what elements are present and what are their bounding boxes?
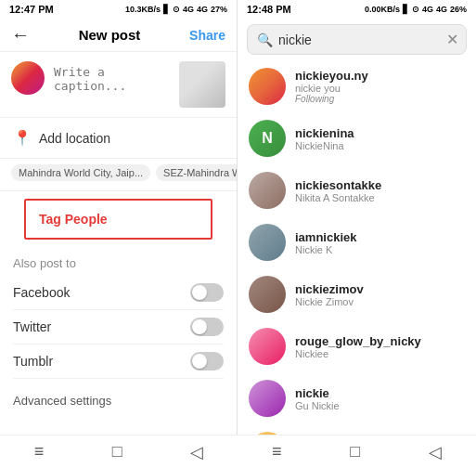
- top-bar: ← New post Share: [0, 19, 237, 52]
- tumblr-toggle[interactable]: [190, 352, 224, 370]
- home-nav-icon-r[interactable]: □: [350, 442, 360, 462]
- result-avatar: [249, 224, 286, 261]
- advanced-settings-label: Advanced settings: [13, 394, 111, 408]
- result-item[interactable]: nickiesontakkeNikita A Sontakke: [238, 164, 476, 216]
- facebook-toggle[interactable]: [190, 283, 224, 302]
- home-nav-icon[interactable]: □: [112, 442, 122, 462]
- result-info: iamnickiekNickie K: [295, 230, 357, 255]
- back-nav-icon-r[interactable]: ◁: [429, 442, 442, 462]
- wifi-icon: ⊙: [173, 5, 180, 14]
- time-right: 12:48 PM: [247, 4, 291, 15]
- status-bar-left: 12:47 PM 10.3KB/s ▋ ⊙ 4G 4G 27%: [0, 0, 237, 19]
- result-display-name: Nickie Zimov: [295, 296, 364, 307]
- result-username: iamnickiek: [295, 230, 357, 244]
- result-avatar: N: [249, 120, 286, 157]
- result-item[interactable]: rouge_glow_by_nickyNickiee: [238, 320, 476, 372]
- also-post-section: Also post to Facebook Twitter Tumblr: [0, 247, 237, 383]
- social-row-twitter: Twitter: [13, 310, 224, 344]
- result-avatar: [249, 380, 286, 417]
- add-location-button[interactable]: 📍 Add location: [0, 118, 237, 159]
- result-info: nickieninaNickieNina: [295, 126, 354, 151]
- status-icons-left: 10.3KB/s ▋ ⊙ 4G 4G 27%: [125, 5, 227, 14]
- result-item[interactable]: NnickieninaNickieNina: [238, 112, 476, 164]
- location-chips: Mahindra World City, Jaip... SEZ-Mahindr…: [0, 159, 237, 191]
- result-display-name: Nikita A Sontakke: [295, 192, 381, 203]
- add-location-label: Add location: [39, 131, 110, 146]
- result-info: nickieGu Nickie: [295, 386, 340, 411]
- tag-people-button[interactable]: Tag People: [24, 199, 212, 240]
- chip-1[interactable]: Mahindra World City, Jaip...: [11, 164, 150, 181]
- result-item[interactable]: nickieyou.nynickie youFollowing: [238, 60, 476, 112]
- sim-icon-r: 4G: [422, 5, 433, 14]
- result-display-name: Nickiee: [295, 348, 421, 359]
- search-input[interactable]: [278, 32, 441, 47]
- twitter-toggle[interactable]: [190, 318, 224, 336]
- result-display-name: nickie you: [295, 83, 368, 94]
- result-avatar: [249, 276, 286, 313]
- result-avatar: [249, 68, 286, 105]
- network-speed-left: 10.3KB/s: [125, 5, 161, 14]
- result-display-name: NickieNina: [295, 140, 354, 151]
- search-bar: 🔍 ✕: [247, 24, 467, 55]
- result-item[interactable]: nickieGu Nickie: [238, 372, 476, 424]
- result-following-label: Following: [295, 94, 368, 104]
- tag-people-label: Tag People: [39, 212, 108, 227]
- status-icons-right: 0.00KB/s ▋ ⊙ 4G 4G 26%: [365, 5, 467, 14]
- search-icon: 🔍: [257, 32, 273, 47]
- sim2-icon-r: 4G: [436, 5, 447, 14]
- location-icon: 📍: [13, 129, 32, 147]
- back-nav-icon[interactable]: ◁: [190, 442, 203, 462]
- result-avatar: [249, 172, 286, 209]
- post-preview: [0, 52, 237, 118]
- clear-search-button[interactable]: ✕: [446, 31, 458, 48]
- result-info: nickieyou.nynickie youFollowing: [295, 69, 368, 104]
- network-speed-right: 0.00KB/s: [365, 5, 400, 14]
- menu-nav-icon-r[interactable]: ≡: [272, 442, 282, 462]
- result-item[interactable]: iamnickiekNickie K: [238, 216, 476, 268]
- battery-right: 26%: [450, 5, 467, 14]
- result-username: nickie: [295, 386, 340, 400]
- time-left: 12:47 PM: [9, 4, 54, 15]
- signal-icon: ▋: [163, 5, 170, 14]
- result-username: rouge_glow_by_nicky: [295, 334, 421, 348]
- result-avatar: [249, 328, 286, 365]
- twitter-label: Twitter: [13, 319, 51, 334]
- social-row-tumblr: Tumblr: [13, 344, 224, 379]
- also-post-title: Also post to: [13, 256, 224, 270]
- result-display-name: Gu Nickie: [295, 400, 340, 411]
- chip-2[interactable]: SEZ-Mahindra World City: [156, 164, 237, 181]
- result-username: nickieyou.ny: [295, 69, 368, 83]
- result-info: nickiezimovNickie Zimov: [295, 282, 364, 307]
- page-title: New post: [79, 27, 141, 43]
- wifi-icon-r: ⊙: [412, 5, 419, 14]
- social-row-facebook: Facebook: [13, 276, 224, 310]
- left-panel: 12:47 PM 10.3KB/s ▋ ⊙ 4G 4G 27% ← New po…: [0, 0, 238, 468]
- battery-left: 27%: [211, 5, 227, 14]
- result-username: nickiezimov: [295, 282, 364, 296]
- status-bar-right: 12:48 PM 0.00KB/s ▋ ⊙ 4G 4G 26%: [238, 0, 476, 19]
- menu-nav-icon[interactable]: ≡: [34, 442, 45, 462]
- result-item[interactable]: nickiezimovNickie Zimov: [238, 268, 476, 320]
- advanced-settings-button[interactable]: Advanced settings: [0, 383, 237, 419]
- sim-icon: 4G: [183, 5, 194, 14]
- nav-bar-left: ≡ □ ◁: [0, 435, 238, 468]
- sim2-icon: 4G: [197, 5, 208, 14]
- caption-input[interactable]: [54, 61, 170, 98]
- user-avatar: [11, 61, 45, 95]
- tumblr-label: Tumblr: [13, 354, 53, 369]
- facebook-label: Facebook: [13, 285, 70, 300]
- search-results-list: nickieyou.nynickie youFollowingNnickieni…: [238, 60, 476, 468]
- share-button[interactable]: Share: [189, 28, 225, 43]
- right-panel: 12:48 PM 0.00KB/s ▋ ⊙ 4G 4G 26% 🔍 ✕ nick…: [238, 0, 476, 468]
- result-display-name: Nickie K: [295, 244, 357, 255]
- nav-bar-right: ≡ □ ◁: [238, 435, 476, 468]
- back-button[interactable]: ←: [11, 24, 30, 46]
- post-thumbnail: [179, 61, 225, 108]
- result-info: rouge_glow_by_nickyNickiee: [295, 334, 421, 359]
- signal-icon-r: ▋: [403, 5, 409, 14]
- result-username: nickienina: [295, 126, 354, 140]
- result-username: nickiesontakke: [295, 178, 381, 192]
- result-info: nickiesontakkeNikita A Sontakke: [295, 178, 381, 203]
